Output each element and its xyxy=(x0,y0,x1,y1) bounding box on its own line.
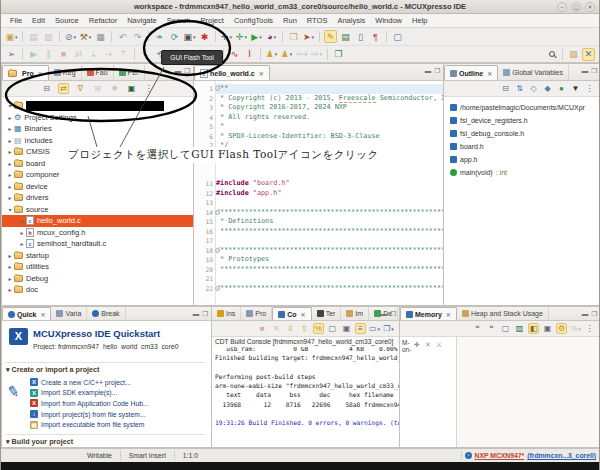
maximize-view-icon[interactable]: ❒ xyxy=(591,310,597,318)
quickstart-link-import-project-s-from-file-sys[interactable]: ↓Import project(s) from file system... xyxy=(30,409,149,420)
dropdown-arrow-icon[interactable]: ▾ xyxy=(377,326,380,332)
redo-icon[interactable]: ↷ xyxy=(131,30,144,43)
view-menu-icon[interactable]: ⋮ xyxy=(143,83,154,94)
refresh-icon[interactable]: ⟳ xyxy=(168,30,181,43)
profile-icon[interactable]: ◕▾ xyxy=(265,30,278,43)
word-wrap-icon[interactable]: ▢ xyxy=(327,323,338,334)
build-config-icon[interactable]: ▣ xyxy=(126,83,137,94)
hide-fields-icon[interactable]: ◇ xyxy=(528,83,539,94)
pin-console-icon[interactable]: ≡ xyxy=(355,323,366,334)
outline-item[interactable]: /home/pastelmagic/Documents/MCUXpr xyxy=(444,101,600,114)
quickstart-tab-varia[interactable]: Varia xyxy=(51,307,87,320)
develop-notes-icon[interactable]: ▤ xyxy=(339,30,352,43)
close-icon[interactable]: ✕ xyxy=(259,70,264,77)
expand-arrow-icon[interactable]: ▸ xyxy=(6,183,14,190)
show-whitespace-icon[interactable]: ¶ xyxy=(369,30,382,43)
hide-non-public-icon[interactable]: ● xyxy=(556,83,567,94)
close-icon[interactable]: ✕ xyxy=(38,70,43,77)
tree-row-drivers[interactable]: ▸drivers xyxy=(2,192,193,204)
menu-item-refactor[interactable]: Refactor xyxy=(84,16,122,25)
expand-arrow-icon[interactable]: ▸ xyxy=(6,194,14,201)
filter-icon[interactable]: ∇ xyxy=(75,83,86,94)
probe-discovery-icon[interactable]: ✱ xyxy=(198,30,211,43)
expand-arrow-icon[interactable]: ▸ xyxy=(6,171,14,178)
view-menu-icon[interactable]: ⋮ xyxy=(584,83,595,94)
new-tab-icon[interactable]: ▢ xyxy=(500,323,511,334)
tree-row-includes[interactable]: ▸▤Includes xyxy=(2,135,193,147)
tree-row-project-settings[interactable]: ▸⚙Project Settings xyxy=(2,112,193,124)
quickstart-link-import-sdk-example-s-[interactable]: XImport SDK example(s)... xyxy=(30,388,149,399)
jlink-boot-icon[interactable]: Ⅰ xyxy=(243,48,256,61)
dropdown-arrow-icon[interactable]: ▾ xyxy=(578,326,581,332)
dropdown-arrow-icon[interactable]: ▾ xyxy=(15,34,18,40)
explorer-tab-fau[interactable]: Fau xyxy=(82,65,114,80)
tree-row-binaries[interactable]: ▸▦Binaries xyxy=(2,123,193,135)
dropdown-arrow-icon[interactable]: ▾ xyxy=(89,34,92,40)
console-tab-co[interactable]: Co✕ xyxy=(272,307,311,320)
console-tab-im[interactable]: Im xyxy=(341,307,369,320)
dropdown-arrow-icon[interactable]: ▾ xyxy=(259,34,262,40)
status-device-link[interactable]: NXP MCXN947* xyxy=(475,452,525,459)
view-menu-icon[interactable]: ⋮ xyxy=(584,323,595,334)
add-monitor-icon[interactable]: ✚ xyxy=(414,341,420,349)
tree-row-hello-world-c[interactable]: ▸chello_world.c xyxy=(2,215,193,227)
link-views-icon[interactable]: ◧ xyxy=(528,323,539,334)
dropdown-arrow-icon[interactable]: ▾ xyxy=(391,326,394,332)
collapse-all-icon[interactable]: ⊟ xyxy=(500,83,511,94)
menu-item-window[interactable]: Window xyxy=(370,16,407,25)
outline-tab-outline[interactable]: Outline✕ xyxy=(444,65,498,80)
tree-row-mcux-config-h[interactable]: ▸hmcux_config.h xyxy=(2,227,193,239)
outline-item[interactable]: app.h xyxy=(444,153,600,166)
link-with-editor-icon[interactable]: ⇄ xyxy=(58,83,69,94)
expand-arrow-icon[interactable]: ▸ xyxy=(6,275,14,282)
maximize-view-icon[interactable]: ❒ xyxy=(202,310,208,318)
debug-icon[interactable]: ✛▾ xyxy=(220,30,233,43)
tree-row-utilities[interactable]: ▸utilities xyxy=(2,261,193,273)
search-icon[interactable] xyxy=(545,48,558,61)
develop-perspective-icon[interactable]: ✕ xyxy=(582,48,595,61)
step-into-icon[interactable]: ⇣ xyxy=(87,48,100,61)
tree-row-startup[interactable]: ▸startup xyxy=(2,250,193,262)
dropdown-arrow-icon[interactable]: ▾ xyxy=(245,34,248,40)
quickstart-tab-break[interactable]: Break xyxy=(87,307,125,320)
dropdown-arrow-icon[interactable]: ▾ xyxy=(193,34,196,40)
expand-arrow-icon[interactable]: ▸ xyxy=(6,263,14,270)
gui-flash-tool-icon[interactable]: ▣▾ xyxy=(183,30,196,43)
remove-monitor-icon[interactable]: ✕ xyxy=(425,341,431,349)
quickstart-link-import-executable-from-file-sy[interactable]: ▤Import executable from file system xyxy=(30,419,149,430)
remove-all-monitors-icon[interactable]: ⚔ xyxy=(436,341,442,349)
pencil-edit-icon[interactable]: ✎ xyxy=(324,30,337,43)
expand-arrow-icon[interactable]: ▸ xyxy=(6,125,14,132)
dropdown-arrow-icon[interactable]: ▾ xyxy=(275,51,278,57)
memory-renderings-pane[interactable] xyxy=(457,337,600,447)
menu-item-file[interactable]: File xyxy=(5,16,27,25)
minimize-view-icon[interactable]: ▬ xyxy=(193,310,200,318)
select-pointer-icon[interactable]: ➢ xyxy=(5,48,18,61)
menu-item-rtos[interactable]: RTOS xyxy=(302,16,333,25)
editor-code[interactable]: /** * Copyright (c) 2013 - 2015, Freesca… xyxy=(216,81,443,305)
maximize-view-icon[interactable]: ❒ xyxy=(184,67,190,75)
minimize-view-icon[interactable]: ▬ xyxy=(582,67,589,75)
close-button[interactable]: ✕ xyxy=(585,2,595,12)
linkserver-icon[interactable]: ∿ xyxy=(228,48,241,61)
maximize-view-icon[interactable]: ❒ xyxy=(434,67,440,75)
sort-icon[interactable]: ⇅ xyxy=(514,83,525,94)
maximize-view-icon[interactable]: ❒ xyxy=(591,67,597,75)
expand-arrow-icon[interactable]: ▾ xyxy=(6,102,14,109)
quickstart-link-import-from-application-code-h[interactable]: XImport from Application Code Hub... xyxy=(30,398,149,409)
project-tree[interactable]: ▾▸⚙Project Settings▸▦Binaries▸▤Includes▸… xyxy=(2,97,193,305)
open-folder-icon[interactable]: ❒ xyxy=(287,30,300,43)
tree-row-debug[interactable]: ▸Debug xyxy=(2,273,193,285)
step-over-icon[interactable]: ⇢ xyxy=(102,48,115,61)
back-nav-icon[interactable]: ⇦▾ xyxy=(295,48,308,61)
expand-arrow-icon[interactable]: ▸ xyxy=(18,240,26,247)
memory-tab-heap-and-stack-usage[interactable]: Heap and Stack Usage xyxy=(457,307,549,320)
disconnect-icon[interactable]: И xyxy=(72,48,85,61)
close-icon[interactable]: ✕ xyxy=(487,70,492,77)
title-bar[interactable]: workspace - frdmmcxn947_hello_world_cm33… xyxy=(1,0,599,14)
quickstart-link-create-a-new-c-c-project-[interactable]: XCreate a new C/C++ project... xyxy=(30,377,149,388)
toggle-split2-icon[interactable]: ❝ xyxy=(486,323,497,334)
tree-row-semihost-hardfault-c[interactable]: ▸csemihost_hardfault.c xyxy=(2,238,193,250)
remove-launch-icon[interactable]: ✕ xyxy=(271,323,282,334)
console-display-icon[interactable]: ▢ xyxy=(391,30,404,43)
